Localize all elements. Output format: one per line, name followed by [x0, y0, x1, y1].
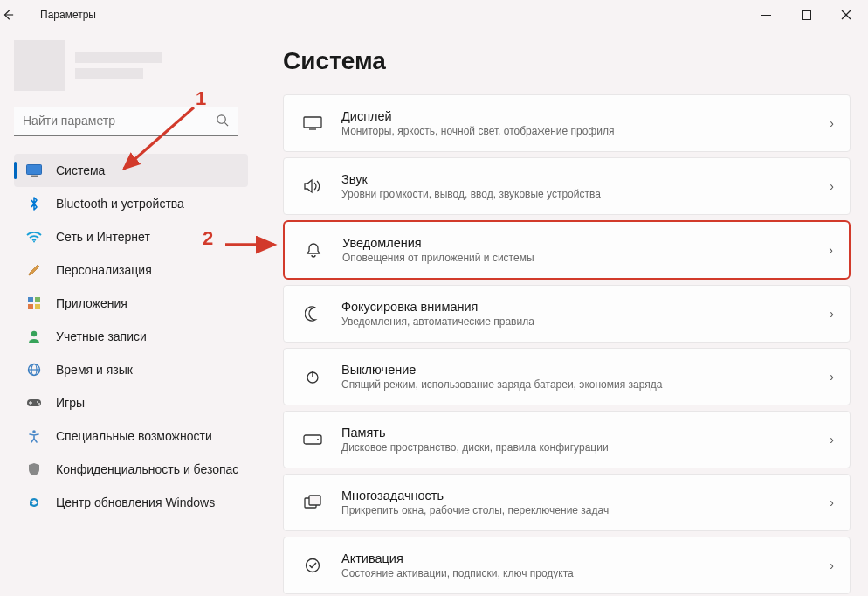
- sidebar-item-gaming[interactable]: Игры: [14, 386, 248, 419]
- svg-rect-12: [35, 304, 40, 309]
- sidebar-item-accessibility[interactable]: Специальные возможности: [14, 419, 248, 453]
- setting-desc: Уровни громкости, вывод, ввод, звуковые …: [341, 188, 830, 200]
- close-button[interactable]: [826, 2, 866, 28]
- sidebar-item-time-language[interactable]: Время и язык: [14, 353, 248, 386]
- svg-point-22: [32, 430, 36, 433]
- setting-sound[interactable]: Звук Уровни громкости, вывод, ввод, звук…: [283, 157, 851, 215]
- close-icon: [841, 10, 851, 20]
- search-icon: [216, 114, 229, 127]
- setting-title: Дисплей: [341, 109, 830, 123]
- sidebar-item-label: Центр обновления Windows: [56, 496, 215, 509]
- apps-icon: [24, 295, 44, 311]
- moon-icon: [300, 306, 326, 322]
- storage-icon: [300, 434, 326, 445]
- sidebar-item-windows-update[interactable]: Центр обновления Windows: [14, 486, 248, 519]
- search-input[interactable]: [14, 107, 238, 136]
- svg-point-19: [38, 403, 40, 405]
- svg-rect-10: [35, 297, 40, 302]
- setting-title: Многозадачность: [341, 489, 830, 502]
- bluetooth-icon: [24, 196, 44, 211]
- avatar: [14, 40, 65, 91]
- titlebar: Параметры: [0, 0, 868, 30]
- sound-icon: [300, 178, 326, 194]
- sidebar-item-apps[interactable]: Приложения: [14, 287, 248, 320]
- sidebar-item-network[interactable]: Сеть и Интернет: [14, 220, 248, 253]
- wifi-icon: [24, 229, 44, 245]
- chevron-right-icon: ›: [830, 307, 834, 321]
- setting-focus[interactable]: Фокусировка внимания Уведомления, автома…: [283, 285, 851, 343]
- setting-title: Уведомления: [342, 236, 829, 250]
- sidebar-item-label: Bluetooth и устройства: [56, 197, 184, 211]
- arrow-left-icon: [2, 9, 14, 21]
- sidebar-item-privacy[interactable]: Конфиденциальность и безопас: [14, 453, 248, 486]
- sidebar-item-bluetooth[interactable]: Bluetooth и устройства: [14, 187, 248, 220]
- svg-rect-9: [28, 297, 33, 302]
- setting-title: Активация: [341, 551, 830, 565]
- setting-activation[interactable]: Активация Состояние активации, подписки,…: [283, 537, 851, 594]
- sidebar-item-label: Сеть и Интернет: [56, 230, 150, 244]
- maximize-icon: [802, 10, 811, 20]
- setting-title: Фокусировка внимания: [341, 300, 830, 314]
- svg-rect-6: [27, 165, 42, 175]
- display-icon: [300, 116, 326, 130]
- user-icon: [24, 329, 44, 344]
- setting-desc: Уведомления, автоматические правила: [341, 315, 830, 328]
- sidebar-item-label: Приложения: [56, 296, 127, 310]
- brush-icon: [24, 262, 44, 278]
- chevron-right-icon: ›: [829, 243, 833, 257]
- setting-title: Память: [341, 426, 830, 440]
- svg-rect-11: [28, 304, 33, 309]
- power-icon: [300, 369, 326, 385]
- svg-point-8: [33, 241, 35, 243]
- sidebar-item-label: Конфиденциальность и безопас: [56, 462, 238, 476]
- minimize-icon: [761, 10, 771, 20]
- svg-point-31: [307, 559, 320, 572]
- system-icon: [24, 163, 44, 178]
- setting-desc: Дисковое пространство, диски, правила ко…: [341, 441, 830, 454]
- page-title: Система: [283, 47, 851, 75]
- sidebar-item-personalization[interactable]: Персонализация: [14, 253, 248, 287]
- accessibility-icon: [24, 428, 44, 444]
- gamepad-icon: [24, 395, 44, 411]
- svg-point-4: [217, 115, 225, 123]
- maximize-button[interactable]: [786, 2, 826, 28]
- sidebar-item-label: Специальные возможности: [56, 429, 212, 443]
- sidebar-item-accounts[interactable]: Учетные записи: [14, 320, 248, 353]
- bell-icon: [300, 241, 327, 259]
- sidebar-item-label: Персонализация: [56, 263, 152, 277]
- svg-rect-23: [304, 117, 321, 128]
- setting-multitasking[interactable]: Многозадачность Прикрепить окна, рабочие…: [283, 474, 851, 531]
- svg-point-13: [31, 331, 37, 336]
- user-block[interactable]: [14, 40, 248, 91]
- sidebar-item-system[interactable]: Система: [14, 154, 248, 187]
- sidebar-item-label: Система: [56, 163, 105, 177]
- sidebar-nav: Система Bluetooth и устройства Сеть и Ин…: [14, 154, 248, 519]
- setting-power[interactable]: Выключение Спящий режим, использование з…: [283, 348, 851, 405]
- svg-rect-30: [309, 496, 320, 505]
- setting-display[interactable]: Дисплей Мониторы, яркость, ночной свет, …: [283, 94, 851, 152]
- minimize-button[interactable]: [746, 2, 786, 28]
- svg-point-18: [37, 401, 38, 403]
- multitask-icon: [300, 495, 326, 510]
- chevron-right-icon: ›: [830, 558, 834, 572]
- setting-title: Звук: [341, 172, 830, 186]
- setting-desc: Спящий режим, использование заряда батар…: [341, 378, 830, 391]
- back-button[interactable]: [2, 9, 37, 21]
- svg-line-5: [224, 122, 228, 126]
- chevron-right-icon: ›: [830, 370, 834, 384]
- user-text-placeholder: [75, 52, 162, 79]
- search-box[interactable]: [14, 107, 238, 136]
- setting-desc: Мониторы, яркость, ночной свет, отображе…: [341, 125, 830, 137]
- update-icon: [24, 495, 44, 510]
- chevron-right-icon: ›: [830, 179, 834, 193]
- sidebar-item-label: Время и язык: [56, 363, 133, 377]
- shield-icon: [24, 461, 44, 477]
- setting-desc: Состояние активации, подписки, ключ прод…: [341, 567, 830, 579]
- main-content: Система Дисплей Мониторы, яркость, ночно…: [262, 30, 868, 596]
- activation-icon: [300, 558, 326, 573]
- setting-storage[interactable]: Память Дисковое пространство, диски, пра…: [283, 411, 851, 468]
- svg-rect-7: [31, 176, 38, 177]
- setting-title: Выключение: [341, 363, 830, 377]
- sidebar: Система Bluetooth и устройства Сеть и Ин…: [0, 30, 262, 596]
- setting-notifications[interactable]: Уведомления Оповещения от приложений и с…: [283, 220, 851, 280]
